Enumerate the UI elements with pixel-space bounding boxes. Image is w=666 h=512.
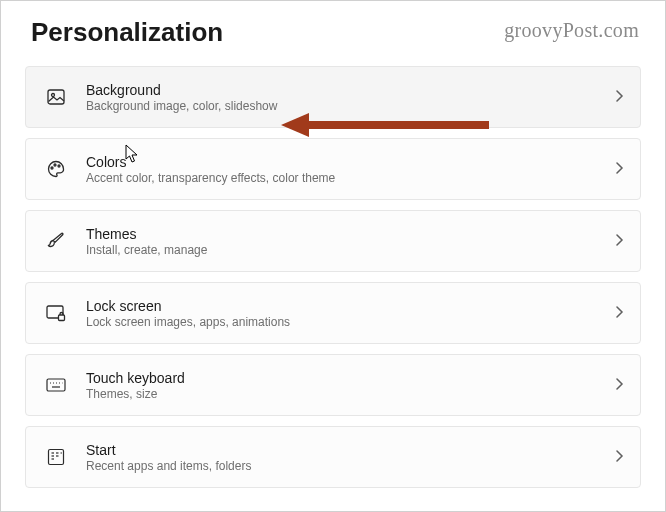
setting-item-body: Colors Accent color, transparency effect… [86, 153, 614, 186]
picture-icon [42, 87, 70, 107]
setting-item-body: Themes Install, create, manage [86, 225, 614, 258]
start-menu-icon [42, 447, 70, 467]
setting-item-subtitle: Lock screen images, apps, animations [86, 315, 614, 330]
setting-item-body: Touch keyboard Themes, size [86, 369, 614, 402]
svg-point-1 [52, 94, 55, 97]
setting-item-title: Background [86, 81, 614, 99]
svg-rect-0 [48, 90, 64, 104]
setting-item-title: Touch keyboard [86, 369, 614, 387]
setting-item-themes[interactable]: Themes Install, create, manage [25, 210, 641, 272]
setting-item-title: Lock screen [86, 297, 614, 315]
setting-item-subtitle: Accent color, transparency effects, colo… [86, 171, 614, 186]
setting-item-colors[interactable]: Colors Accent color, transparency effect… [25, 138, 641, 200]
chevron-right-icon [614, 89, 624, 105]
setting-item-subtitle: Themes, size [86, 387, 614, 402]
setting-item-start[interactable]: Start Recent apps and items, folders [25, 426, 641, 488]
setting-item-background[interactable]: Background Background image, color, slid… [25, 66, 641, 128]
settings-window: Personalization groovyPost.com Backgroun… [0, 0, 666, 512]
chevron-right-icon [614, 233, 624, 249]
brush-icon [42, 231, 70, 251]
settings-list: Background Background image, color, slid… [1, 66, 665, 488]
svg-point-4 [58, 165, 60, 167]
setting-item-subtitle: Background image, color, slideshow [86, 99, 614, 114]
chevron-right-icon [614, 161, 624, 177]
svg-rect-14 [49, 450, 64, 465]
setting-item-touch-keyboard[interactable]: Touch keyboard Themes, size [25, 354, 641, 416]
palette-icon [42, 159, 70, 179]
setting-item-lock-screen[interactable]: Lock screen Lock screen images, apps, an… [25, 282, 641, 344]
setting-item-title: Colors [86, 153, 614, 171]
setting-item-title: Themes [86, 225, 614, 243]
watermark-text: groovyPost.com [504, 19, 639, 42]
svg-point-3 [54, 164, 56, 166]
setting-item-subtitle: Recent apps and items, folders [86, 459, 614, 474]
setting-item-body: Background Background image, color, slid… [86, 81, 614, 114]
svg-rect-7 [47, 379, 65, 391]
touch-keyboard-icon [42, 376, 70, 394]
setting-item-subtitle: Install, create, manage [86, 243, 614, 258]
setting-item-body: Lock screen Lock screen images, apps, an… [86, 297, 614, 330]
setting-item-title: Start [86, 441, 614, 459]
setting-item-body: Start Recent apps and items, folders [86, 441, 614, 474]
chevron-right-icon [614, 449, 624, 465]
lock-screen-icon [42, 303, 70, 323]
chevron-right-icon [614, 305, 624, 321]
svg-rect-6 [59, 315, 65, 321]
svg-point-2 [51, 167, 53, 169]
chevron-right-icon [614, 377, 624, 393]
